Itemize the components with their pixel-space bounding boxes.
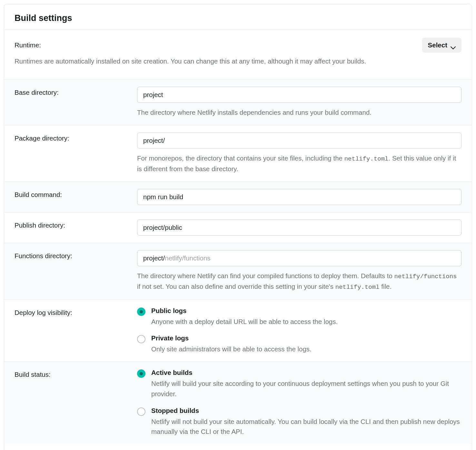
radio-icon <box>137 308 145 316</box>
base-directory-field: The directory where Netlify installs dep… <box>137 87 461 118</box>
radio-stopped-builds[interactable]: Stopped builds Netlify will not build yo… <box>137 407 461 437</box>
build-command-label: Build command: <box>15 189 137 205</box>
runtime-label: Runtime: <box>15 41 41 49</box>
radio-private-logs[interactable]: Private logs Only site administrators wi… <box>137 334 461 354</box>
functions-directory-input[interactable]: project/netlify/functions <box>137 250 461 266</box>
row-functions-directory: Functions directory: project/netlify/fun… <box>4 243 472 299</box>
package-directory-input[interactable] <box>137 132 461 149</box>
card-header: Build settings <box>4 4 472 30</box>
card-footer: Learn more about configuring builds in t… <box>4 444 472 450</box>
radio-title: Active builds <box>151 369 461 377</box>
build-status-label: Build status: <box>15 369 137 437</box>
functions-directory-field: project/netlify/functions The directory … <box>137 250 461 292</box>
radio-title: Public logs <box>151 307 461 315</box>
runtime-row: Runtime: Select <box>15 38 461 53</box>
chevron-down-icon <box>451 44 456 47</box>
functions-directory-label: Functions directory: <box>15 250 137 292</box>
runtime-section: Runtime: Select Runtimes are automatical… <box>4 30 472 79</box>
functions-directory-prefix: project/ <box>143 254 165 262</box>
radio-desc: Netlify will build your site according t… <box>151 378 461 399</box>
build-settings-card: Build settings Runtime: Select Runtimes … <box>4 4 472 450</box>
row-publish-directory: Publish directory: <box>4 212 472 243</box>
publish-directory-input[interactable] <box>137 220 461 236</box>
deploy-log-options: Public logs Anyone with a deploy detail … <box>137 307 461 355</box>
radio-active-builds[interactable]: Active builds Netlify will build your si… <box>137 369 461 399</box>
publish-directory-label: Publish directory: <box>15 220 137 236</box>
runtime-help: Runtimes are automatically installed on … <box>15 56 461 66</box>
package-directory-help: For monorepos, the directory that contai… <box>137 153 461 174</box>
row-package-directory: Package directory: For monorepos, the di… <box>4 125 472 181</box>
publish-directory-field <box>137 220 461 236</box>
row-deploy-log-visibility: Deploy log visibility: Public logs Anyon… <box>4 299 472 362</box>
radio-public-logs[interactable]: Public logs Anyone with a deploy detail … <box>137 307 461 327</box>
base-directory-help: The directory where Netlify installs dep… <box>137 107 461 118</box>
build-status-options: Active builds Netlify will build your si… <box>137 369 461 437</box>
package-directory-field: For monorepos, the directory that contai… <box>137 132 461 174</box>
row-build-status: Build status: Active builds Netlify will… <box>4 361 472 444</box>
base-directory-label: Base directory: <box>15 87 137 118</box>
radio-title: Private logs <box>151 334 461 342</box>
runtime-select-button[interactable]: Select <box>422 38 461 53</box>
form-rows: Base directory: The directory where Netl… <box>4 79 472 444</box>
functions-directory-placeholder: netlify/functions <box>165 254 210 262</box>
radio-icon <box>137 407 145 416</box>
row-base-directory: Base directory: The directory where Netl… <box>4 79 472 125</box>
runtime-select-label: Select <box>428 41 447 49</box>
radio-icon <box>137 335 145 343</box>
radio-desc: Netlify will not build your site automat… <box>151 416 461 437</box>
radio-title: Stopped builds <box>151 407 461 415</box>
radio-desc: Only site administrators will be able to… <box>151 344 461 354</box>
card-title: Build settings <box>15 13 461 23</box>
package-directory-label: Package directory: <box>15 132 137 174</box>
row-build-command: Build command: <box>4 181 472 212</box>
radio-icon <box>137 369 145 378</box>
base-directory-input[interactable] <box>137 87 461 103</box>
deploy-log-label: Deploy log visibility: <box>15 307 137 355</box>
radio-desc: Anyone with a deploy detail URL will be … <box>151 317 461 327</box>
build-command-field <box>137 189 461 205</box>
functions-directory-help: The directory where Netlify can find you… <box>137 271 461 292</box>
build-command-input[interactable] <box>137 189 461 205</box>
